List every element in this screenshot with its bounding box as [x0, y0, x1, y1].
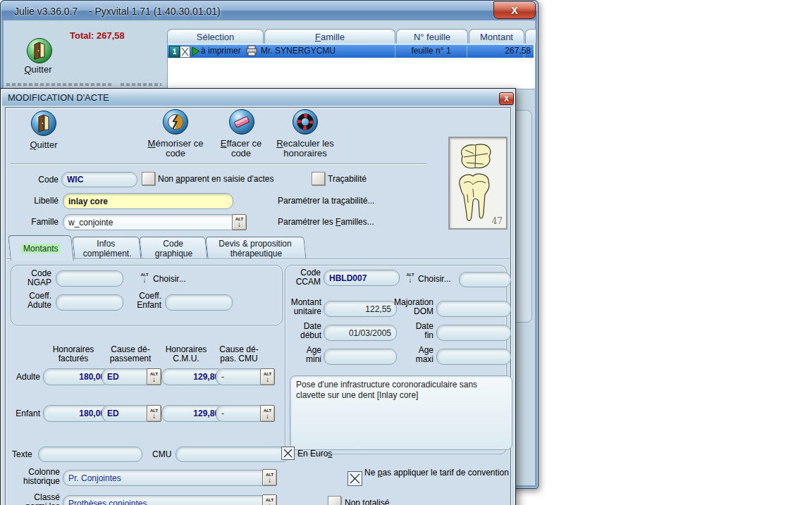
- age-mini-input[interactable]: [324, 349, 397, 365]
- en-euros-label: En Euros: [297, 449, 332, 459]
- ngap-code-input[interactable]: [56, 270, 123, 287]
- recalculate-fees-button[interactable]: Recalculer les: [267, 138, 343, 149]
- colonne-historique-label: Colonnehistorique: [11, 468, 60, 486]
- cmu-label: CMU: [152, 449, 171, 459]
- green-arrow-icon: [192, 46, 200, 56]
- dialog-title: MODIFICATION D'ACTE: [8, 92, 109, 103]
- colonne-historique-input[interactable]: Pr. Conjointes: [63, 470, 271, 486]
- tab-montants[interactable]: Montants: [8, 235, 74, 261]
- non-apparent-checkbox[interactable]: [142, 172, 155, 185]
- texte-label: Texte: [12, 449, 32, 459]
- printer-icon: [245, 45, 258, 56]
- code-label: Code: [25, 175, 59, 185]
- famille-label: Famille: [19, 217, 59, 227]
- dialog-close-button[interactable]: X: [499, 92, 514, 105]
- famille-alt-dropdown-button[interactable]: ALT ↓: [232, 214, 247, 230]
- column-header-partial: [525, 29, 536, 44]
- memorize-code-icon[interactable]: [162, 108, 189, 135]
- majoration-dom-input[interactable]: [436, 301, 511, 317]
- date-debut-input[interactable]: 01/03/2005: [324, 325, 397, 341]
- erase-code-button[interactable]: Effacer ce: [209, 138, 273, 149]
- coeff-enfant-label: Coeff.Enfant: [126, 292, 161, 310]
- code-input[interactable]: WIC: [61, 172, 137, 187]
- coeff-adulte-input[interactable]: [56, 294, 123, 311]
- header-cause-depassement: Cause dé-passement: [105, 345, 156, 363]
- texte-input[interactable]: [38, 447, 142, 462]
- tab-panel-border: [6, 258, 510, 259]
- enfant-cause-cmu-alt-button[interactable]: ALT↓: [260, 405, 275, 422]
- memorize-code-button[interactable]: Mémoriser ce: [139, 138, 212, 149]
- tab-devis-proposition[interactable]: Devis & proposition thérapeutique: [205, 237, 306, 260]
- classe-parmi-les-label: Classéparmi les: [11, 493, 60, 505]
- column-header-nfeuille[interactable]: N° feuille: [396, 29, 468, 44]
- non-totalise-checkbox[interactable]: [328, 496, 341, 505]
- tooth-number: 47: [492, 216, 503, 226]
- column-header-famille[interactable]: Famille: [264, 29, 395, 44]
- exit-door-icon[interactable]: [30, 110, 57, 137]
- ne-pas-appliquer-checkbox[interactable]: [347, 471, 362, 486]
- montant-unitaire-input[interactable]: 122,55: [324, 301, 397, 317]
- recalculate-fees-button-line2[interactable]: honoraires: [267, 148, 343, 158]
- adulte-cause-cmu-alt-button[interactable]: ALT↓: [260, 368, 275, 385]
- row-montant: 267,58: [469, 46, 531, 56]
- main-close-button[interactable]: X: [493, 1, 536, 19]
- total-amount: Total: 267,58: [70, 30, 125, 41]
- enfant-honoraires-input[interactable]: 180,00: [43, 405, 111, 422]
- erase-code-icon[interactable]: [228, 108, 255, 135]
- toolbar-separator: [11, 163, 426, 165]
- date-fin-label: Datefin: [393, 322, 433, 340]
- coeff-adulte-label: Coeff.Adulte: [16, 292, 51, 310]
- main-window-title: Julie v3.36.0.7 - Pyxvital 1.71 (1.40.30…: [14, 6, 221, 17]
- age-maxi-label: Agemaxi: [393, 346, 433, 364]
- header-honoraires-cmu: HonorairesC.M.U.: [159, 345, 214, 363]
- alt-down-glyph: ALT↓: [405, 270, 416, 285]
- column-header-montant[interactable]: Montant: [469, 29, 524, 44]
- param-tracabilite-link[interactable]: Paramétrer la traçabilité...: [278, 196, 374, 206]
- dialog-quit-button[interactable]: Quitter: [19, 139, 68, 150]
- erase-code-button-line2[interactable]: code: [209, 148, 273, 158]
- param-familles-link[interactable]: Paramétrer les Familles...: [278, 217, 374, 227]
- date-fin-input[interactable]: [436, 325, 511, 341]
- date-debut-label: Datedébut: [286, 322, 321, 340]
- row-status: à imprimer: [201, 46, 241, 56]
- ccam-code-label: CodeCCAM: [290, 268, 321, 287]
- memorize-code-button-line2[interactable]: code: [139, 148, 212, 158]
- modification-acte-dialog: MODIFICATION D'ACTE X Quitter Mémoriser …: [0, 88, 516, 505]
- age-maxi-input[interactable]: [436, 349, 511, 365]
- en-euros-checkbox[interactable]: [281, 447, 295, 460]
- exit-door-icon[interactable]: [26, 37, 53, 64]
- tab-infos-complement[interactable]: Infos complément.: [72, 237, 141, 260]
- tracabilite-label: Traçabilité: [328, 174, 367, 184]
- tooth-preview-panel: 47: [448, 137, 508, 230]
- row-select-checkbox[interactable]: [180, 46, 190, 58]
- tab-code-graphique[interactable]: Code graphique: [139, 237, 207, 260]
- libelle-label: Libellé: [19, 196, 59, 206]
- recalculate-fees-icon[interactable]: [292, 108, 319, 135]
- main-titlebar: Julie v3.36.0.7 - Pyxvital 1.71 (1.40.30…: [1, 1, 537, 20]
- tracabilite-checkbox[interactable]: [312, 172, 325, 185]
- dialog-titlebar: MODIFICATION D'ACTE: [2, 90, 514, 106]
- coeff-enfant-input[interactable]: [165, 294, 233, 311]
- classe-parmi-les-input[interactable]: Prothèses conjointes: [63, 495, 271, 505]
- adulte-row-label: Adulte: [9, 372, 40, 382]
- enfant-cause-alt-button[interactable]: ALT↓: [147, 405, 161, 422]
- main-quit-button[interactable]: Quitter: [16, 64, 60, 75]
- alt-down-glyph: ALT↓: [139, 270, 150, 285]
- adulte-honoraires-input[interactable]: 180,00: [43, 368, 111, 385]
- ne-pas-appliquer-label: Ne pas appliquer le tarif de convention: [364, 468, 509, 478]
- header-honoraires-factures: Honorairesfacturés: [40, 345, 106, 363]
- adulte-cause-alt-button[interactable]: ALT↓: [147, 368, 161, 385]
- ccam-choisir-input[interactable]: [459, 272, 511, 287]
- header-cause-depas-cmu: Cause dé-pas. CMU: [214, 345, 264, 363]
- famille-input[interactable]: w_conjointe: [63, 214, 242, 230]
- row-number-badge: 1: [169, 46, 180, 58]
- cmu-input[interactable]: [176, 447, 290, 462]
- ccam-choisir-link[interactable]: Choisir...: [418, 274, 451, 284]
- ccam-code-input[interactable]: HBLD007: [324, 270, 400, 286]
- colonne-historique-alt-button[interactable]: ALT↓: [262, 469, 277, 486]
- column-header-selection[interactable]: Sélection: [167, 29, 264, 44]
- non-apparent-label: Non apparent en saisie d'actes: [158, 174, 273, 184]
- libelle-input[interactable]: inlay core: [63, 193, 233, 209]
- classe-parmi-les-alt-button[interactable]: ALT↓: [262, 494, 277, 505]
- ngap-choisir-link[interactable]: Choisir...: [153, 274, 186, 284]
